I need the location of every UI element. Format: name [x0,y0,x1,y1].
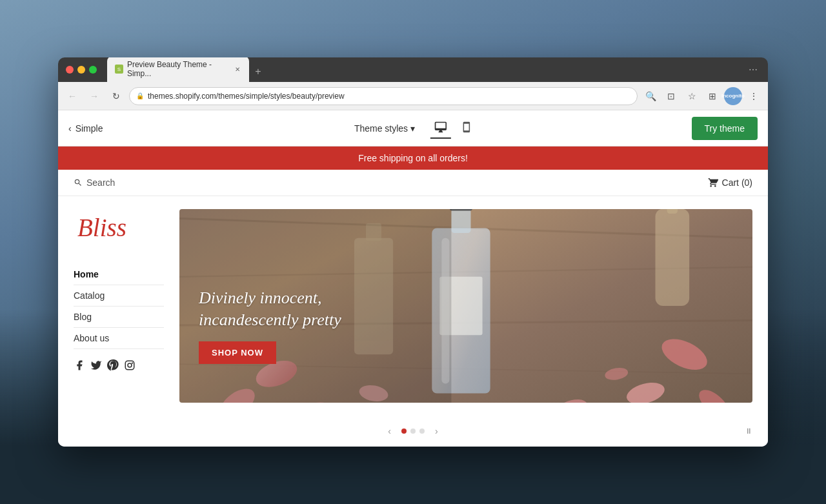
hero-headline: Divinely innocent, incandescently pretty [199,287,341,331]
tab-bar: S Preview Beauty Theme - Simp... ✕ + [107,57,741,82]
svg-rect-24 [451,209,470,233]
cart-label: Cart (0) [722,177,752,188]
back-to-themes-button[interactable]: ‹ Simple [68,123,103,134]
nav-menu: Home Catalog Blog About us [74,264,164,349]
theme-styles-dropdown: Theme styles ▾ [349,118,477,139]
device-view-buttons [430,118,477,139]
theme-styles-label: Theme styles [354,123,408,134]
carousel-prev-button[interactable]: ‹ [383,423,396,439]
theme-preview-bar: ‹ Simple Theme styles ▾ Try theme [58,110,768,146]
carousel-pause-button[interactable]: ⏸ [745,427,752,436]
svg-rect-20 [667,209,678,214]
hero-headline-line2: incandescently pretty [199,310,341,329]
cart-area[interactable]: Cart (0) [708,177,752,188]
profile-label: Incognito [721,93,745,99]
twitter-icon[interactable] [90,359,102,374]
social-icons [74,359,164,374]
extensions-button[interactable]: ⊞ [703,87,721,105]
svg-rect-25 [449,209,472,211]
mobile-view-button[interactable] [456,118,477,139]
forward-button[interactable]: → [85,87,103,105]
window-menu-button[interactable]: ⋯ [746,62,760,77]
minimize-traffic-light[interactable] [77,66,85,74]
active-tab[interactable]: S Preview Beauty Theme - Simp... ✕ [107,57,249,82]
logo-text: Bliss [74,209,164,248]
chrome-menu-button[interactable]: ⋮ [745,87,763,105]
nav-item-about[interactable]: About us [74,328,164,349]
cart-icon [708,177,718,188]
bookmark-button[interactable]: ☆ [683,87,701,105]
cast-button[interactable]: ⊡ [662,87,680,105]
carousel-dot-3[interactable] [419,428,425,434]
new-tab-button[interactable]: + [249,63,267,81]
carousel-dots [401,428,425,434]
search-label: Search [86,177,115,188]
hero-headline-line1: Divinely innocent, [199,288,322,307]
shop-now-button[interactable]: SHOP NOW [199,341,276,364]
close-traffic-light[interactable] [66,66,74,74]
bliss-logo-svg: Bliss [74,209,151,245]
store-content: Free shipping on all orders! Search Cart… [58,146,768,447]
address-bar[interactable]: 🔒 themes.shopify.com/themes/simple/style… [129,87,638,105]
store-body: Bliss Home Catalog Blog About us [58,196,768,416]
search-icon [74,178,83,187]
browser-toolbar: ← → ↻ 🔒 themes.shopify.com/themes/simple… [58,82,768,110]
hero-area: Divinely innocent, incandescently pretty… [179,209,752,403]
carousel-next-button[interactable]: › [430,423,443,439]
theme-styles-button[interactable]: Theme styles ▾ [349,119,420,137]
carousel-controls: ‹ › ⏸ [58,416,768,447]
nav-item-home[interactable]: Home [74,264,164,285]
instagram-icon[interactable] [124,359,136,374]
store-header: Search Cart (0) [58,170,768,196]
search-toolbar-button[interactable]: 🔍 [641,87,660,105]
tab-close-button[interactable]: ✕ [233,65,241,74]
profile-button[interactable]: Incognito [724,87,742,105]
search-area[interactable]: Search [74,177,115,188]
url-text: themes.shopify.com/themes/simple/styles/… [148,92,345,101]
announcement-bar: Free shipping on all orders! [58,146,768,170]
maximize-traffic-light[interactable] [89,66,97,74]
lock-icon: 🔒 [136,92,144,99]
reload-button[interactable]: ↻ [107,87,125,105]
back-arrow-icon: ‹ [68,123,72,134]
try-theme-button[interactable]: Try theme [692,117,758,140]
toolbar-actions: 🔍 ⊡ ☆ ⊞ Incognito ⋮ [641,87,763,105]
desktop-view-button[interactable] [430,118,451,139]
browser-titlebar: S Preview Beauty Theme - Simp... ✕ + ⋯ [58,57,768,82]
carousel-dot-1[interactable] [401,428,407,434]
browser-window: S Preview Beauty Theme - Simp... ✕ + ⋯ ←… [58,57,768,447]
announcement-text: Free shipping on all orders! [358,153,468,163]
hero-text: Divinely innocent, incandescently pretty… [199,287,341,364]
back-button[interactable]: ← [63,87,81,105]
traffic-lights [66,66,97,74]
chevron-down-icon: ▾ [410,123,415,134]
store-logo: Bliss [74,209,164,248]
nav-item-catalog[interactable]: Catalog [74,285,164,307]
svg-rect-19 [655,209,689,306]
tab-title: Preview Beauty Theme - Simp... [127,60,229,78]
carousel-dot-2[interactable] [410,428,416,434]
svg-text:Bliss: Bliss [77,214,126,241]
facebook-icon[interactable] [74,359,85,374]
sidebar: Bliss Home Catalog Blog About us [74,209,164,403]
pinterest-icon[interactable] [107,359,119,374]
nav-item-blog[interactable]: Blog [74,307,164,328]
store-name-label: Simple [76,123,103,134]
tab-favicon: S [115,65,123,74]
